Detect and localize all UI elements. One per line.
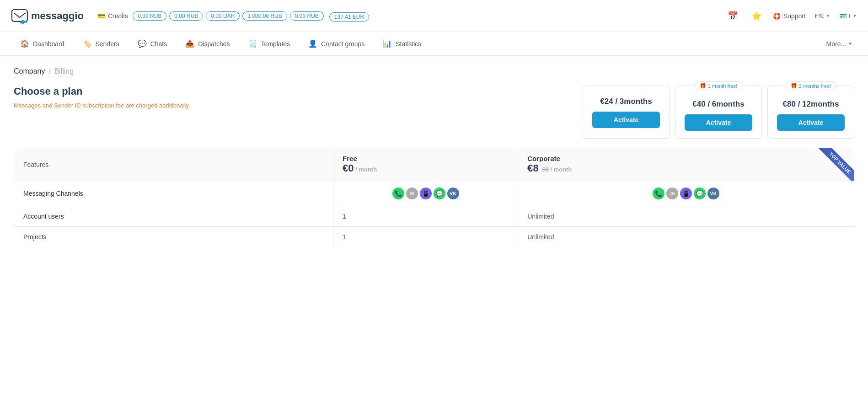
top-value-corner: TOP VALUE: [808, 148, 854, 181]
senders-icon: 🏷️: [83, 39, 92, 48]
nav-contact-groups[interactable]: 👤 Contact groups: [299, 32, 374, 56]
plans-subtitle: Messages and Sender ID subscription fee …: [14, 102, 573, 109]
nav-templates-label: Templates: [261, 40, 290, 48]
corp-users: Unlimited: [518, 206, 854, 227]
free-price-period: / month: [355, 166, 377, 173]
nav-contact-groups-label: Contact groups: [321, 40, 364, 48]
nav-more[interactable]: More... ▼: [822, 33, 857, 55]
projects-label: Projects: [23, 233, 47, 241]
plan-cards: €24 / 3months Activate 🎁 1 month free! €…: [583, 86, 854, 139]
breadcrumb-parent[interactable]: Company: [14, 67, 45, 75]
dashboard-icon: 🏠: [20, 39, 29, 48]
nav-dispatches[interactable]: 📤 Dispatches: [176, 32, 239, 56]
activate-6months-button[interactable]: Activate: [685, 114, 752, 131]
corp-old-price: €9: [542, 166, 548, 173]
nav-senders-label: Senders: [96, 40, 119, 48]
features-table-wrapper: Features Free €0 / month Corporate €8: [14, 148, 854, 247]
credits-label: 💳 Credits: [97, 12, 128, 20]
nav-statistics[interactable]: 📊 Statistics: [374, 32, 430, 56]
corp-plan-name: Corporate: [527, 155, 845, 162]
plans-layout: Choose a plan Messages and Sender ID sub…: [14, 86, 854, 139]
logo-text: messaggio: [31, 10, 84, 22]
credit-badge-rub1[interactable]: 0.00 RUB: [133, 11, 166, 21]
top-value-ribbon: TOP VALUE: [817, 148, 854, 181]
col-header-free: Free €0 / month: [333, 148, 518, 181]
credit-badge-rub2[interactable]: 0.00 RUB: [169, 11, 203, 21]
col-header-feature: Features: [14, 148, 333, 181]
logo: messaggio: [11, 7, 84, 25]
logo-icon: [11, 7, 28, 25]
credit-badge-uah[interactable]: 0.00 UAH: [206, 11, 240, 21]
col-header-corporate: Corporate €8 €9 / month TOP VALUE: [518, 148, 854, 181]
nav-senders[interactable]: 🏷️ Senders: [74, 32, 129, 56]
corp-whatsapp-icon: 💬: [694, 188, 706, 199]
table-row-projects: Projects 1 Unlimited: [14, 227, 854, 247]
user-card-icon: 🪪: [839, 12, 847, 20]
chats-icon: 💬: [138, 39, 147, 48]
main-nav: 🏠 Dashboard 🏷️ Senders 💬 Chats 📤 Dispatc…: [0, 32, 868, 56]
credit-badge-eur[interactable]: 137.41 EUR: [329, 12, 369, 21]
user-chevron-icon: ▼: [852, 13, 857, 18]
table-row-channels: Messaging Channels 📞 ✉ 📱 💬 VK: [14, 181, 854, 206]
support-icon: 🛟: [773, 12, 781, 20]
nav-dispatches-label: Dispatches: [198, 40, 230, 48]
svg-point-3: [20, 22, 21, 23]
svg-rect-0: [12, 10, 27, 21]
free-channels: 📞 ✉ 📱 💬 VK: [333, 181, 518, 206]
free-price-value: €0: [343, 162, 354, 174]
support-button[interactable]: 🛟 Support: [773, 12, 806, 20]
corp-viber-icon: 📱: [680, 188, 692, 199]
activate-12months-button[interactable]: Activate: [777, 114, 845, 131]
calendar-icon[interactable]: 📅: [725, 9, 740, 23]
features-label: Features: [23, 161, 48, 168]
nav-statistics-label: Statistics: [396, 40, 421, 48]
language-selector[interactable]: EN ▼: [815, 12, 830, 20]
corp-price-value: €8: [527, 162, 538, 174]
table-row-users: Account users 1 Unlimited: [14, 206, 854, 227]
channels-label: Messaging Channels: [23, 190, 83, 197]
free-channel-icons: 📞 ✉ 📱 💬 VK: [343, 188, 509, 199]
more-chevron-icon: ▼: [848, 41, 852, 46]
plan-card-12months: 🎁 2 months free! €80 / 12months Activate: [767, 86, 854, 139]
nav-templates[interactable]: 🗒️ Templates: [239, 32, 300, 56]
free-phone-icon: 📞: [392, 188, 404, 199]
free-email-icon: ✉: [406, 188, 418, 199]
nav-chats[interactable]: 💬 Chats: [129, 32, 177, 56]
plans-intro: Choose a plan Messages and Sender ID sub…: [14, 86, 573, 109]
credit-badge-rub4[interactable]: 0.00 RUB: [290, 11, 324, 21]
credit-badge-rub3[interactable]: 1 000.00 RUB: [242, 11, 287, 21]
free-users: 1: [333, 206, 518, 227]
nav-dashboard[interactable]: 🏠 Dashboard: [11, 32, 74, 56]
free-vk-icon: VK: [447, 188, 459, 199]
star-icon[interactable]: ⭐: [749, 9, 764, 23]
plan-badge-6months-text: 1 month free!: [708, 83, 738, 89]
dispatches-icon: 📤: [185, 39, 194, 48]
plan-price-12months: €80 / 12months: [777, 100, 845, 109]
support-label: Support: [783, 12, 806, 20]
activate-3months-button[interactable]: Activate: [592, 112, 660, 128]
credits-section: 💳 Credits 0.00 RUB 0.00 RUB 0.00 UAH 1 0…: [97, 11, 369, 21]
corp-phone-icon: 📞: [653, 188, 664, 199]
corp-vk-icon: VK: [707, 188, 719, 199]
free-whatsapp-icon: 💬: [434, 188, 445, 199]
breadcrumb-current: Billing: [54, 67, 74, 75]
users-label: Account users: [23, 213, 64, 220]
statistics-icon: 📊: [383, 39, 392, 48]
lang-chevron-icon: ▼: [825, 13, 830, 18]
svg-point-2: [25, 21, 27, 23]
free-plan-price: €0 / month: [343, 162, 509, 174]
header-right: 📅 ⭐ 🛟 Support EN ▼ 🪪 t ▼: [725, 9, 857, 23]
nav-chats-label: Chats: [150, 40, 167, 48]
feature-projects: Projects: [14, 227, 333, 247]
main-content: Choose a plan Messages and Sender ID sub…: [0, 81, 868, 261]
contact-groups-icon: 👤: [308, 39, 317, 48]
user-menu[interactable]: 🪪 t ▼: [839, 12, 857, 20]
plan-badge-12months-text: 2 months free!: [799, 83, 831, 89]
plan-badge-6months: 🎁 1 month free!: [695, 81, 743, 90]
nav-more-label: More...: [826, 40, 847, 48]
free-viber-icon: 📱: [420, 188, 432, 199]
free-plan-name: Free: [343, 155, 509, 162]
corp-channel-icons: 📞 ✉ 📱 💬 VK: [527, 188, 845, 199]
plan-price-3months: €24 / 3months: [592, 97, 660, 106]
breadcrumb-separator: /: [48, 68, 50, 75]
